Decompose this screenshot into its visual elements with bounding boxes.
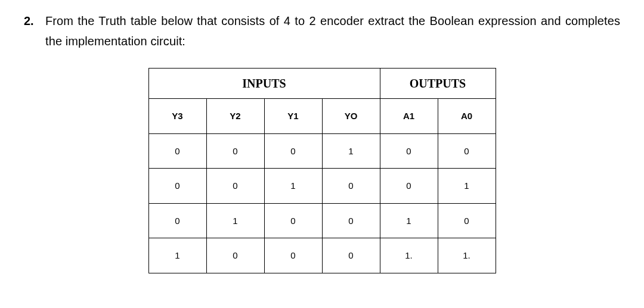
- table-row: 0 1 0 0 1 0: [148, 203, 496, 238]
- cell: 1: [148, 238, 206, 273]
- cell: 1: [206, 203, 264, 238]
- truth-table: INPUTS OUTPUTS Y3 Y2 Y1 YO A1 A0 0 0 0 1…: [148, 68, 496, 273]
- cell: 1: [264, 169, 322, 204]
- col-y2: Y2: [206, 99, 264, 134]
- inputs-header: INPUTS: [148, 69, 380, 99]
- col-a1: A1: [380, 99, 438, 134]
- cell: 1: [380, 203, 438, 238]
- cell: 0: [438, 133, 496, 169]
- question-block: 2. From the Truth table below that consi…: [24, 11, 620, 51]
- outputs-header: OUTPUTS: [380, 69, 496, 99]
- truth-table-wrap: INPUTS OUTPUTS Y3 Y2 Y1 YO A1 A0 0 0 0 1…: [24, 68, 620, 273]
- table-row: 0 0 1 0 0 1: [148, 169, 496, 204]
- cell: 1: [322, 133, 380, 169]
- cell: 0: [264, 203, 322, 238]
- col-y0: YO: [322, 99, 380, 134]
- cell: 0: [264, 133, 322, 169]
- table-section-header: INPUTS OUTPUTS: [148, 69, 496, 99]
- cell: 0: [206, 169, 264, 204]
- col-a0: A0: [438, 99, 496, 134]
- cell: 0: [264, 238, 322, 273]
- cell: 0: [380, 133, 438, 169]
- question-text: From the Truth table below that consists…: [45, 11, 620, 51]
- table-row: 0 0 0 1 0 0: [148, 133, 496, 169]
- cell: 0: [380, 169, 438, 204]
- table-row: 1 0 0 0 1. 1.: [148, 238, 496, 273]
- cell: 0: [322, 238, 380, 273]
- question-number: 2.: [24, 11, 39, 31]
- cell: 0: [206, 133, 264, 169]
- cell: 0: [206, 238, 264, 273]
- cell: 0: [438, 203, 496, 238]
- cell: 0: [148, 133, 206, 169]
- cell: 1.: [380, 238, 438, 273]
- cell: 0: [148, 203, 206, 238]
- cell: 1.: [438, 238, 496, 273]
- col-y1: Y1: [264, 99, 322, 134]
- col-y3: Y3: [148, 99, 206, 134]
- cell: 0: [148, 169, 206, 204]
- cell: 1: [438, 169, 496, 204]
- cell: 0: [322, 169, 380, 204]
- cell: 0: [322, 203, 380, 238]
- table-column-header: Y3 Y2 Y1 YO A1 A0: [148, 99, 496, 134]
